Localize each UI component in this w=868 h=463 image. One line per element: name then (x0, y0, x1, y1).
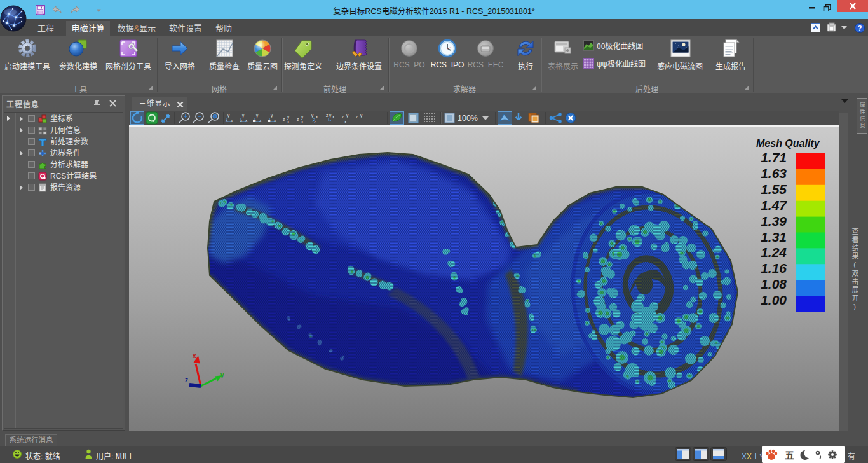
svg-text:x: x (287, 120, 290, 124)
svg-text:Mesh Quality: Mesh Quality (756, 138, 820, 149)
svg-text:1.31: 1.31 (761, 230, 787, 244)
svg-text:x: x (344, 120, 347, 124)
svg-text:1.39: 1.39 (761, 214, 787, 228)
svg-text:z: z (326, 113, 328, 118)
svg-text:1.16: 1.16 (761, 261, 787, 275)
svg-text:z: z (297, 117, 299, 121)
svg-text:y: y (242, 113, 245, 118)
svg-text:x: x (332, 114, 335, 119)
svg-text:x: x (193, 352, 196, 359)
svg-text:y: y (301, 114, 304, 120)
svg-text:x: x (316, 114, 318, 119)
svg-text:y: y (220, 371, 224, 378)
svg-text:1.24: 1.24 (761, 245, 787, 259)
svg-text:1.08: 1.08 (761, 277, 787, 291)
svg-text:100%: 100% (458, 114, 478, 123)
svg-text:y: y (329, 113, 332, 118)
svg-text:1.63: 1.63 (761, 166, 787, 181)
svg-text:1.00: 1.00 (761, 293, 787, 307)
svg-text:z: z (356, 114, 358, 119)
svg-text:y: y (227, 113, 230, 118)
svg-text:x: x (245, 118, 248, 123)
svg-text:z: z (231, 118, 233, 123)
svg-text:y: y (346, 113, 349, 118)
svg-text:y: y (360, 113, 363, 118)
svg-text:?: ? (858, 24, 862, 32)
svg-text:y: y (311, 113, 314, 118)
svg-text:x: x (274, 118, 276, 123)
svg-text:y: y (256, 113, 259, 118)
svg-text:y: y (271, 113, 273, 118)
svg-text:五: 五 (785, 450, 794, 460)
svg-text:1.47: 1.47 (761, 198, 787, 212)
svg-text:z: z (185, 377, 188, 384)
svg-text:x: x (301, 120, 304, 124)
svg-text:z: z (342, 114, 344, 119)
svg-text:z: z (259, 118, 261, 123)
svg-text:z: z (283, 117, 285, 121)
svg-text:y: y (287, 114, 290, 120)
svg-text:1.71: 1.71 (761, 150, 787, 165)
svg-text:z: z (240, 118, 242, 123)
svg-text:1.55: 1.55 (761, 182, 787, 197)
